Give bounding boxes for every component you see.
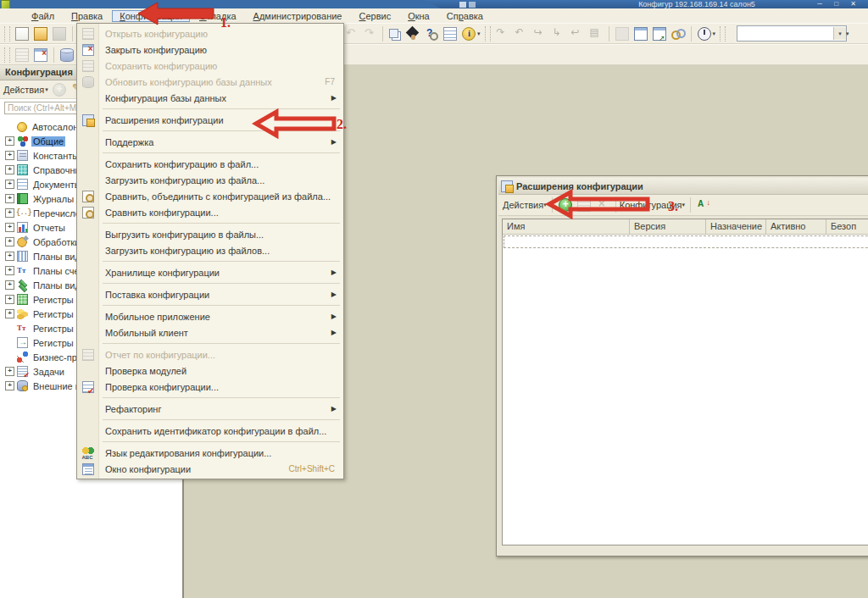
- goto-window-icon[interactable]: [653, 27, 666, 41]
- menu-item-icon-slot: [77, 463, 98, 475]
- actions-button[interactable]: Действия: [3, 85, 44, 95]
- menu-item[interactable]: Мобильное приложение▶: [77, 308, 343, 324]
- menu-item[interactable]: Мобильный клиент▶: [77, 324, 343, 341]
- menubar-item[interactable]: Отладка: [192, 10, 244, 22]
- tree-expander[interactable]: +: [5, 237, 14, 246]
- column-header[interactable]: Имя: [503, 219, 630, 234]
- menu-item[interactable]: Сравнить, объединить с конфигурацией из …: [77, 188, 343, 204]
- timer-icon[interactable]: [698, 27, 711, 41]
- menu-item[interactable]: Расширения конфигурации: [77, 112, 343, 128]
- menu-item[interactable]: Проверка конфигурации...: [77, 379, 343, 395]
- open-file-icon[interactable]: [34, 27, 47, 41]
- chevron-down-icon[interactable]: ▾: [682, 202, 686, 208]
- menu-item[interactable]: Сохранить конфигурацию в файл...: [77, 156, 343, 172]
- add-extension-button[interactable]: [559, 198, 572, 212]
- tree-expander[interactable]: +: [5, 280, 14, 290]
- tree-expander[interactable]: +: [5, 208, 14, 218]
- menu-item[interactable]: Загрузить конфигурацию из файлов...: [77, 242, 343, 258]
- menu-item-label: Конфигурация базы данных: [98, 93, 226, 103]
- menubar-item[interactable]: Справка: [439, 10, 491, 22]
- copy-window-icon[interactable]: [389, 29, 398, 38]
- toolbar-drag-handle: [4, 47, 10, 63]
- chevron-down-icon[interactable]: ▾: [45, 86, 48, 93]
- tree-expander[interactable]: +: [5, 180, 14, 189]
- config-window-icon: [82, 463, 94, 475]
- menubar-item[interactable]: Конфигурация: [112, 10, 190, 22]
- menu-item[interactable]: Выгрузить конфигурацию в файлы...: [77, 226, 343, 242]
- update-extensions-icon[interactable]: [697, 198, 710, 212]
- menubar-item[interactable]: Файл: [24, 10, 62, 22]
- dialog-titlebar[interactable]: Расширения конфигурации: [498, 178, 868, 195]
- menu-separator: [77, 417, 343, 423]
- tree-expander[interactable]: +: [5, 252, 14, 261]
- menu-item-label: Отчет по конфигурации...: [98, 350, 215, 360]
- menu-item[interactable]: Загрузить конфигурацию из файла...: [77, 172, 343, 188]
- quick-search-input[interactable]: [737, 26, 833, 41]
- menu-item: Обновить конфигурацию базы данныхF7: [77, 74, 343, 90]
- tree-expander[interactable]: +: [5, 136, 14, 146]
- tree-expander[interactable]: +: [5, 367, 14, 376]
- tree-expander[interactable]: +: [5, 194, 14, 203]
- menu-item[interactable]: Сохранить идентификатор конфигурации в ф…: [77, 423, 343, 439]
- menu-item-icon-slot: [77, 76, 98, 88]
- open-window-icon[interactable]: [634, 27, 648, 41]
- menu-item[interactable]: Сравнить конфигурации...: [77, 204, 343, 220]
- screen: Конфигур 192.168.169.14 салон5 ─ □ ✕ Фай…: [0, 0, 868, 598]
- quick-search-combobox[interactable]: ▾: [737, 25, 847, 42]
- menu-item[interactable]: Рефакторинг▶: [77, 401, 343, 417]
- menu-item[interactable]: Язык редактирования конфигурации...: [77, 445, 343, 461]
- window-controls[interactable]: ─ □ ✕: [817, 0, 861, 8]
- menubar-item[interactable]: Сервис: [351, 10, 398, 22]
- extensions-table: ИмяВерсияНазначениеАктивноБезоп: [502, 219, 868, 545]
- menubar-item[interactable]: Правка: [64, 10, 110, 22]
- menu-item[interactable]: Конфигурация базы данных▶: [77, 90, 343, 106]
- documents-icon: [17, 179, 28, 190]
- reports-icon: [17, 222, 28, 233]
- toolbar-overflow-dropdown-arrow[interactable]: ▾: [846, 30, 849, 37]
- menu-item-label: Сохранить идентификатор конфигурации в ф…: [98, 426, 326, 436]
- menu-separator: [77, 258, 343, 264]
- menu-item[interactable]: Закрыть конфигурацию: [77, 42, 343, 58]
- tree-expander[interactable]: +: [5, 309, 14, 318]
- save-config-icon: [82, 60, 94, 72]
- info-dropdown-arrow[interactable]: ▾: [477, 30, 481, 37]
- combobox-dropdown-button[interactable]: ▾: [833, 27, 846, 40]
- column-header[interactable]: Безоп: [826, 219, 868, 234]
- menu-item[interactable]: Поддержка▶: [77, 134, 343, 150]
- syntax-help-icon[interactable]: [425, 27, 438, 41]
- tree-expander[interactable]: +: [5, 381, 14, 390]
- module-check-icon[interactable]: [443, 27, 457, 41]
- configuration-menu: Открыть конфигурациюЗакрыть конфигурацию…: [76, 23, 344, 479]
- database-icon[interactable]: [60, 48, 74, 62]
- links-icon[interactable]: [671, 27, 685, 41]
- tree-expander[interactable]: +: [5, 295, 14, 304]
- timer-dropdown-arrow[interactable]: ▾: [713, 30, 716, 37]
- menubar-item[interactable]: Окна: [400, 10, 437, 22]
- menu-item[interactable]: Проверка модулей: [77, 363, 343, 379]
- menubar-item[interactable]: Администрирование: [246, 10, 350, 22]
- close-config-icon[interactable]: [34, 48, 47, 62]
- chevron-down-icon[interactable]: ▾: [543, 202, 547, 208]
- wizard-icon[interactable]: [406, 27, 420, 41]
- tree-expander[interactable]: +: [5, 151, 14, 160]
- dialog-actions-button[interactable]: Действия: [503, 200, 543, 210]
- menu-item-label: Рефакторинг: [98, 404, 161, 414]
- menu-item[interactable]: Окно конфигурацииCtrl+Shift+C: [77, 461, 343, 477]
- menu-item[interactable]: Хранилище конфигурации▶: [77, 264, 343, 280]
- column-header[interactable]: Активно: [766, 219, 826, 234]
- menubar: ФайлПравкаКонфигурацияОтладкаАдминистрир…: [0, 8, 868, 23]
- info-registers-icon: [17, 294, 28, 305]
- menu-item[interactable]: Поставка конфигурации▶: [77, 286, 343, 302]
- dialog-configuration-button[interactable]: Конфигурация: [620, 200, 682, 210]
- tree-expander[interactable]: +: [5, 223, 14, 232]
- report-icon: [82, 349, 94, 361]
- info-icon[interactable]: [462, 27, 476, 41]
- empty-row-indicator[interactable]: [504, 235, 868, 248]
- tree-expander[interactable]: +: [5, 165, 14, 174]
- tree-expander[interactable]: +: [5, 266, 14, 275]
- new-document-icon[interactable]: [15, 27, 29, 41]
- column-header[interactable]: Назначение: [706, 219, 766, 234]
- close-config-icon: [82, 44, 94, 56]
- column-header[interactable]: Версия: [630, 219, 706, 234]
- proc-d-icon: [552, 27, 565, 41]
